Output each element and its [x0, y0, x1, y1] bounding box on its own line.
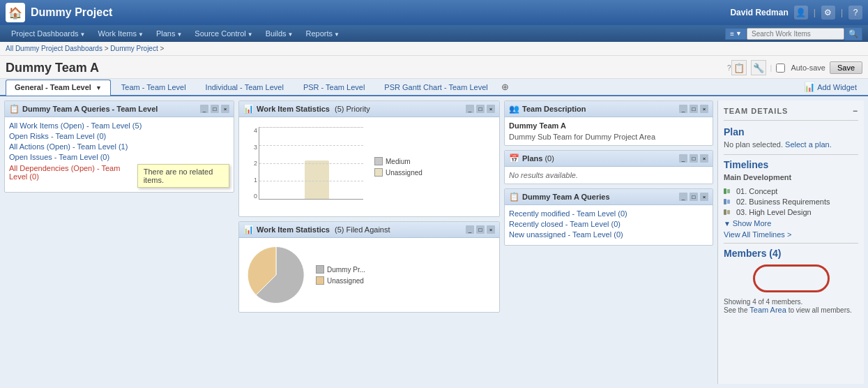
logo: 🏠 [6, 3, 25, 22]
stats-filed-title: Work Item Statistics (5) Filed Against [257, 225, 463, 234]
divider2 [724, 243, 858, 244]
stats-filed-maximize[interactable]: □ [476, 225, 485, 234]
grid-2 [259, 163, 363, 164]
query-link-0[interactable]: All Work Items (Open) - Team Level (5) [9, 121, 229, 130]
team-desc-close[interactable]: × [700, 105, 708, 113]
pie-unassigned-color [316, 276, 324, 285]
breadcrumb: All Dummy Project Dashboards > Dummy Pro… [0, 42, 868, 56]
query-link-3[interactable]: Open Issues - Team Level (0) [9, 153, 229, 161]
app-title: Dummy Project [31, 6, 724, 19]
bar-unassigned [305, 161, 329, 199]
search-filter-btn[interactable]: ≡ ▼ [725, 28, 747, 40]
members-heading: Members (4) [724, 248, 858, 259]
menu-project-dashboards[interactable]: Project Dashboards▼ [6, 28, 91, 39]
queries-right-close[interactable]: × [700, 193, 708, 201]
team-details-sidebar: TEAM DETAILS − Plan No plan selected. Se… [717, 100, 864, 384]
pie-dummy-label: Dummy Pr... [327, 266, 365, 274]
user-icon[interactable]: 👤 [794, 6, 808, 20]
plans-actions: _ □ × [679, 154, 708, 163]
stats-priority-title: Work Item Statistics (5) Priority [257, 105, 463, 113]
menu-source-control[interactable]: Source Control▼ [189, 28, 258, 39]
search-input[interactable] [747, 28, 844, 40]
query-link-4[interactable]: All Dependencies (Open) - Team Level (0) [9, 164, 133, 181]
tab-general[interactable]: General - Team Level ▼ [6, 80, 111, 96]
legend-medium: Medium [374, 157, 422, 165]
menu-work-items[interactable]: Work Items▼ [93, 28, 149, 39]
top-bar-right: David Redman 👤 | ⚙ | ? [730, 6, 862, 20]
right-column: 👥 Team Description _ □ × Dummy Team A Du… [504, 100, 713, 384]
tab-add-icon[interactable]: ⊕ [501, 82, 509, 92]
queries-left-close[interactable]: × [221, 105, 229, 113]
view-all-timelines-link[interactable]: View All Timelines > [724, 230, 791, 239]
team-desc-widget: 👥 Team Description _ □ × Dummy Team A Du… [504, 100, 713, 146]
members-text: Showing 4 of 4 members. See the Team Are… [724, 298, 858, 314]
team-details-header: TEAM DETAILS − [724, 106, 858, 121]
timeline-item-0: 01. Concept [724, 187, 858, 195]
page-title: Dummy Team A [6, 61, 724, 75]
team-desc-maximize[interactable]: □ [690, 105, 698, 113]
dashboard: 📋 Dummy Team A Queries - Team Level _ □ … [0, 96, 868, 388]
queries-left-header: 📋 Dummy Team A Queries - Team Level _ □ … [5, 101, 234, 117]
queries-right-header: 📋 Dummy Team A Queries _ □ × [505, 189, 713, 205]
tab-team[interactable]: Team - Team Level [112, 80, 195, 94]
menu-reports[interactable]: Reports▼ [300, 28, 345, 39]
stats-filed-icon: 📊 [243, 225, 254, 234]
bar-chart-area: 4 3 2 1 0 [243, 121, 369, 212]
page-header: Dummy Team A ? 📋 🔧 | Auto-save Save [0, 56, 868, 79]
menu-plans[interactable]: Plans▼ [151, 28, 188, 39]
plans-close[interactable]: × [700, 154, 708, 163]
grid-3 [259, 145, 363, 146]
separator3: | [770, 64, 772, 72]
tab-psr-gantt[interactable]: PSR Gantt Chart - Team Level [375, 80, 496, 94]
search-button[interactable]: 🔍 [844, 27, 862, 40]
save-button[interactable]: Save [830, 61, 862, 74]
stats-priority-maximize[interactable]: □ [476, 105, 485, 113]
breadcrumb-project[interactable]: Dummy Project [110, 45, 158, 52]
help-icon[interactable]: ? [848, 6, 862, 20]
plans-maximize[interactable]: □ [690, 154, 698, 163]
add-widget-btn[interactable]: 📊 Add Widget [798, 79, 862, 95]
stats-priority-minimize[interactable]: _ [466, 105, 474, 113]
queries-right-minimize[interactable]: _ [679, 193, 687, 201]
query-right-link-2[interactable]: New unassigned - Team Level (0) [509, 230, 708, 239]
queries-left-maximize[interactable]: □ [211, 105, 219, 113]
team-desc-body: Dummy Team A Dummy Sub Team for Dummy Pr… [505, 117, 713, 145]
stats-filed-close[interactable]: × [487, 225, 495, 234]
team-desc-title: Team Description [522, 105, 676, 113]
select-plan-link[interactable]: Select a plan. [785, 140, 832, 149]
query-right-link-1[interactable]: Recently closed - Team Level (0) [509, 220, 708, 228]
tab-psr[interactable]: PSR - Team Level [294, 80, 374, 94]
queries-icon: 📋 [9, 104, 20, 114]
query-link-1[interactable]: Open Risks - Team Level (0) [9, 132, 229, 140]
query-link-2[interactable]: All Actions (Open) - Team Level (1) [9, 142, 229, 151]
stats-priority-widget: 📊 Work Item Statistics (5) Priority _ □ … [238, 100, 500, 217]
tab-individual[interactable]: Individual - Team Level [197, 80, 293, 94]
team-desc-actions: _ □ × [679, 105, 708, 113]
stats-priority-close[interactable]: × [487, 105, 495, 113]
stats-filed-minimize[interactable]: _ [466, 225, 474, 234]
queries-right-widget: 📋 Dummy Team A Queries _ □ × Recently mo… [504, 188, 713, 246]
y-axis: 4 3 2 1 0 [243, 127, 257, 200]
team-desc-icon: 👥 [509, 104, 519, 114]
collapse-icon[interactable]: − [853, 106, 858, 116]
show-more-link[interactable]: ▼ Show More [724, 219, 771, 227]
legend-unassigned-color [374, 168, 383, 177]
queries-left-minimize[interactable]: _ [200, 105, 208, 113]
queries-right-maximize[interactable]: □ [690, 193, 698, 201]
settings2-icon[interactable]: 🔧 [751, 60, 766, 75]
menu-builds[interactable]: Builds▼ [260, 28, 299, 39]
content-area: All Dummy Project Dashboards > Dummy Pro… [0, 42, 868, 388]
queries-right-title: Dummy Team A Queries [522, 193, 676, 201]
top-bar: 🏠 Dummy Project David Redman 👤 | ⚙ | ? [0, 0, 868, 25]
main-area: All Dummy Project Dashboards > Dummy Pro… [0, 42, 868, 388]
pie-chart [245, 244, 307, 306]
team-desc-minimize[interactable]: _ [679, 105, 687, 113]
breadcrumb-all[interactable]: All Dummy Project Dashboards [6, 45, 102, 52]
settings-icon[interactable]: ⚙ [821, 6, 835, 20]
plans-minimize[interactable]: _ [679, 154, 687, 163]
query-right-link-0[interactable]: Recently modified - Team Level (0) [509, 209, 708, 218]
autosave-checkbox[interactable] [776, 64, 785, 73]
timeline-item-1: 02. Business Requirements [724, 197, 858, 206]
team-area-link[interactable]: Team Area [749, 306, 786, 314]
copy-icon[interactable]: 📋 [731, 60, 747, 75]
